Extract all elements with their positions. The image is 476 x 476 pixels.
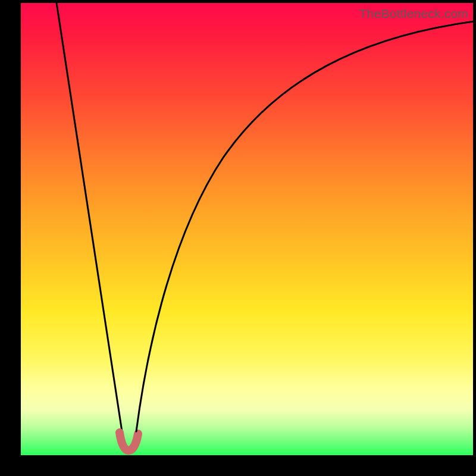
curve-left-branch — [55, 3, 122, 431]
optimal-marker — [120, 433, 138, 450]
chart-frame: TheBottleneck.com — [0, 0, 476, 476]
chart-plot-area: TheBottleneck.com — [21, 3, 473, 455]
curve-right-branch — [136, 21, 473, 431]
chart-curves — [21, 3, 473, 455]
